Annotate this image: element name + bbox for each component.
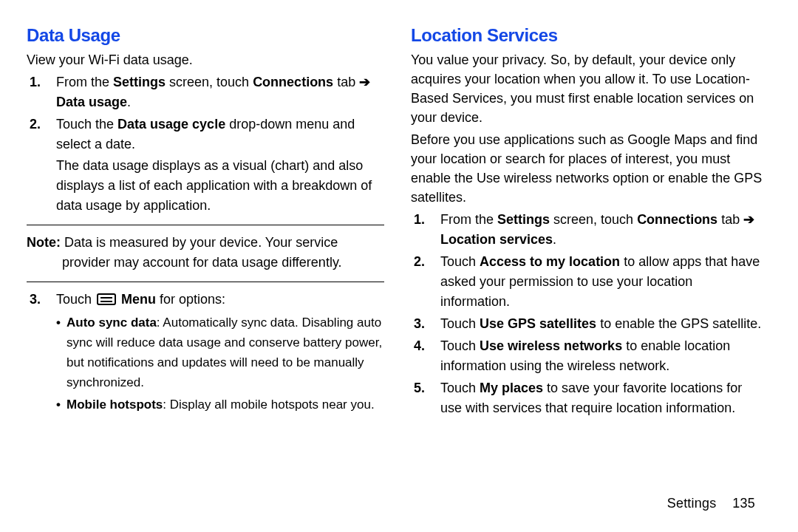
footer-section: Settings xyxy=(667,496,717,511)
step-3: Touch Menu for options: Auto sync data: … xyxy=(46,290,384,415)
options-list: Auto sync data: Automatically sync data.… xyxy=(56,313,384,415)
manual-page: Data Usage View your Wi-Fi data usage. F… xyxy=(0,0,798,532)
steps-list-right: From the Settings screen, touch Connecti… xyxy=(411,210,764,418)
steps-list-left: From the Settings screen, touch Connecti… xyxy=(27,72,384,216)
divider xyxy=(27,282,384,282)
intro-text: View your Wi-Fi data usage. xyxy=(27,50,384,69)
arrow-icon: ➔ xyxy=(743,212,754,227)
steps-list-left-cont: Touch Menu for options: Auto sync data: … xyxy=(27,290,384,415)
location-p2: Before you use applications such as Goog… xyxy=(411,130,764,207)
note: Note: Data is measured by your device. Y… xyxy=(27,233,384,273)
bullet-mobile-hotspots: Mobile hotspots: Display all mobile hots… xyxy=(56,395,384,415)
r-step-1: From the Settings screen, touch Connecti… xyxy=(430,210,764,250)
step-2-detail: The data usage displays as a visual (cha… xyxy=(56,156,384,216)
bullet-auto-sync: Auto sync data: Automatically sync data.… xyxy=(56,313,384,392)
heading-data-usage: Data Usage xyxy=(27,25,384,46)
arrow-icon: ➔ xyxy=(359,75,370,89)
divider xyxy=(27,225,384,225)
step-1: From the Settings screen, touch Connecti… xyxy=(46,72,384,112)
r-step-5: Touch My places to save your favorite lo… xyxy=(430,378,764,418)
step-2: Touch the Data usage cycle drop-down men… xyxy=(46,115,384,216)
left-column: Data Usage View your Wi-Fi data usage. F… xyxy=(27,25,398,488)
right-column: Location Services You value your privacy… xyxy=(398,25,768,488)
r-step-4: Touch Use wireless networks to enable lo… xyxy=(430,336,764,376)
r-step-2: Touch Access to my location to allow app… xyxy=(430,252,764,312)
footer-page-number: 135 xyxy=(732,496,755,511)
menu-icon xyxy=(97,293,116,305)
heading-location-services: Location Services xyxy=(411,25,764,46)
location-p1: You value your privacy. So, by default, … xyxy=(411,50,764,127)
r-step-3: Touch Use GPS satellites to enable the G… xyxy=(430,314,764,334)
page-footer: Settings135 xyxy=(667,496,755,511)
